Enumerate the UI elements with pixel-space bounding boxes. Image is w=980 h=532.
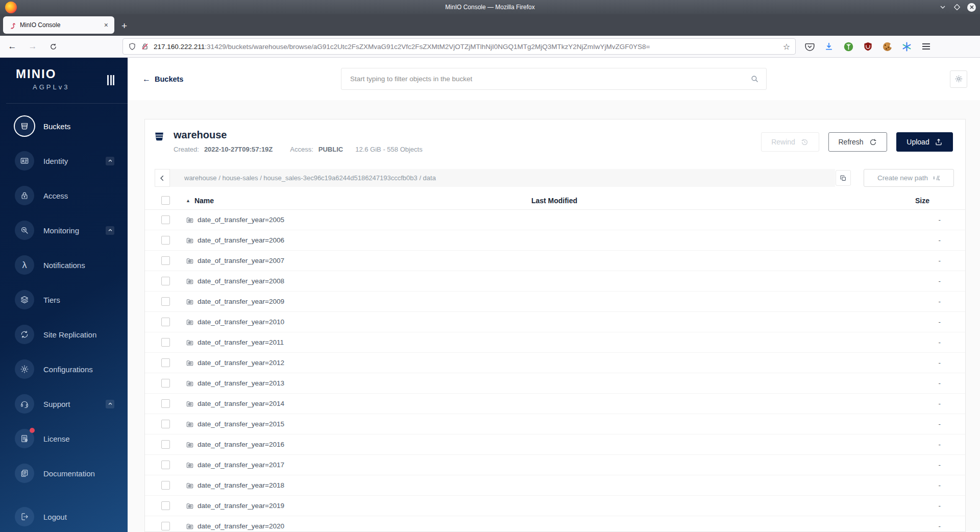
table-row[interactable]: date_of_transfer_year=2007 - [145,251,965,271]
bookmark-star-icon[interactable]: ☆ [783,42,790,52]
row-checkbox[interactable] [161,277,170,285]
sort-ascending-icon[interactable]: ▲ [186,198,190,203]
create-new-path-button[interactable]: Create new path [864,169,954,187]
row-checkbox[interactable] [161,379,170,388]
chevron-up-icon[interactable] [106,226,114,235]
sidebar-menu: Buckets Identity Access Monitoring λ Not… [0,104,128,532]
column-name[interactable]: Name [194,197,214,205]
new-tab-button[interactable]: + [121,20,127,32]
ublock-origin-icon[interactable] [861,40,874,53]
row-checkbox[interactable] [161,236,170,245]
table-row[interactable]: date_of_transfer_year=2017 - [145,455,965,475]
sidebar-item-buckets[interactable]: Buckets [0,109,128,143]
window-minimize-icon[interactable] [939,3,947,11]
sidebar-item-site-replication[interactable]: Site Replication [0,317,128,352]
back-arrow-icon: ← [142,75,151,84]
row-checkbox[interactable] [161,501,170,510]
refresh-button[interactable]: Refresh [828,132,887,152]
row-checkbox[interactable] [161,215,170,224]
notification-badge [30,428,35,433]
table-row[interactable]: date_of_transfer_year=2009 - [145,292,965,312]
row-checkbox[interactable] [161,420,170,428]
settings-gear-button[interactable] [950,70,967,88]
sidebar-collapse-icon[interactable] [107,75,114,85]
pocket-icon[interactable] [803,40,816,53]
download-icon[interactable] [822,40,836,53]
row-checkbox[interactable] [161,297,170,306]
sidebar-item-configurations[interactable]: Configurations [0,352,128,386]
row-checkbox[interactable] [161,481,170,490]
tab-minio-console[interactable]: MinIO Console × [3,16,114,34]
copy-path-button[interactable] [836,170,851,186]
sidebar-item-logout[interactable]: Logout [0,499,128,532]
sidebar-item-license[interactable]: License [0,421,128,456]
window-maximize-icon[interactable] [953,3,961,11]
object-name: date_of_transfer_year=2020 [198,522,284,530]
object-size: - [878,338,965,346]
search-box [341,68,767,90]
access-label: Access: [290,146,313,153]
forward-button[interactable]: → [26,39,40,54]
reload-button[interactable] [46,39,60,54]
sidebar-item-notifications[interactable]: λ Notifications [0,248,128,282]
table-row[interactable]: date_of_transfer_year=2006 - [145,230,965,251]
extension-green-icon[interactable] [842,40,855,53]
select-all-checkbox[interactable] [161,196,170,205]
table-row[interactable]: date_of_transfer_year=2005 - [145,210,965,230]
folder-icon [186,338,194,347]
path-back-button[interactable] [155,169,170,187]
table-row[interactable]: date_of_transfer_year=2016 - [145,434,965,455]
table-row[interactable]: date_of_transfer_year=2008 - [145,271,965,292]
sidebar-item-monitoring[interactable]: Monitoring [0,213,128,248]
object-size: - [878,379,965,387]
table-row[interactable]: date_of_transfer_year=2010 - [145,312,965,332]
sidebar-item-tiers[interactable]: Tiers [0,282,128,317]
back-button[interactable]: ← [5,39,19,54]
table-row[interactable]: date_of_transfer_year=2013 - [145,373,965,394]
row-checkbox[interactable] [161,440,170,449]
row-checkbox[interactable] [161,358,170,367]
sidebar-item-support[interactable]: Support [0,386,128,421]
url-bar[interactable]: 217.160.222.211:31429/buckets/warehouse/… [122,38,796,55]
table-row[interactable]: date_of_transfer_year=2014 - [145,394,965,414]
menu-icon[interactable] [919,40,933,53]
row-checkbox[interactable] [161,338,170,347]
sidebar-item-documentation[interactable]: Documentation [0,456,128,491]
column-last-modified[interactable]: Last Modified [422,197,687,205]
monitoring-icon [15,221,34,240]
back-to-buckets-link[interactable]: ← Buckets [142,75,183,84]
window-close-icon[interactable] [967,3,976,12]
filter-objects-input[interactable] [350,75,750,83]
cookie-icon[interactable] [880,40,894,53]
chevron-up-icon[interactable] [106,400,114,408]
object-size: - [878,257,965,264]
identity-icon [15,151,34,171]
table-row[interactable]: date_of_transfer_year=2020 - [145,516,965,532]
table-row[interactable]: date_of_transfer_year=2018 - [145,475,965,496]
sidebar-item-identity[interactable]: Identity [0,143,128,178]
tracking-shield-icon[interactable] [128,42,136,51]
extension-asterisk-icon[interactable] [900,40,913,53]
upload-button[interactable]: Upload [896,132,953,152]
table-row[interactable]: date_of_transfer_year=2015 - [145,414,965,434]
row-checkbox[interactable] [161,399,170,408]
insecure-lock-icon[interactable] [141,42,149,51]
folder-icon [186,461,194,469]
url-text[interactable]: 217.160.222.211:31429/buckets/warehouse/… [154,43,779,51]
row-checkbox[interactable] [161,318,170,326]
table-row[interactable]: date_of_transfer_year=2011 - [145,332,965,353]
object-name: date_of_transfer_year=2008 [198,277,284,285]
chevron-up-icon[interactable] [106,157,114,165]
created-label: Created: [174,146,199,153]
row-checkbox[interactable] [161,461,170,469]
sidebar-item-access[interactable]: Access [0,178,128,213]
refresh-icon [869,138,877,147]
table-row[interactable]: date_of_transfer_year=2019 - [145,496,965,516]
column-size[interactable]: Size [878,197,965,205]
breadcrumb[interactable]: warehouse / house-sales / house_sales-3e… [170,169,835,187]
table-row[interactable]: date_of_transfer_year=2012 - [145,353,965,373]
tab-close-icon[interactable]: × [102,20,110,30]
row-checkbox[interactable] [161,522,170,530]
rewind-button[interactable]: Rewind [761,132,819,152]
row-checkbox[interactable] [161,256,170,265]
